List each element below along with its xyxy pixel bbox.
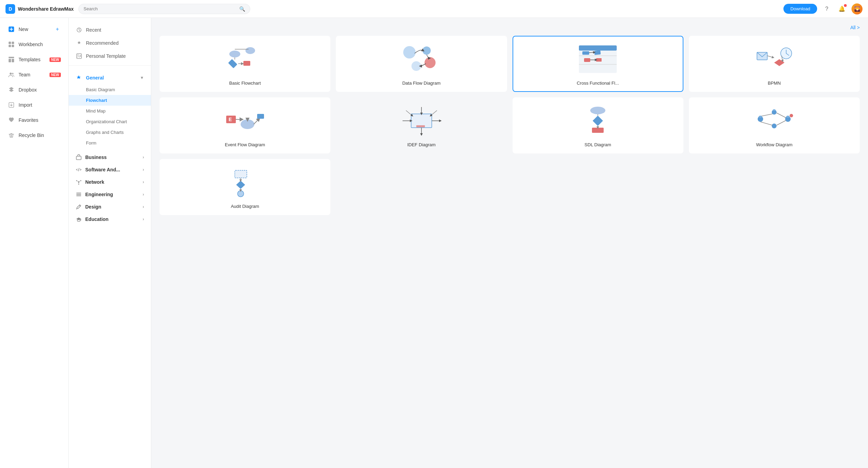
content-header: All > [160, 25, 860, 30]
svg-rect-6 [9, 59, 11, 62]
svg-point-52 [790, 114, 793, 117]
software-label: Software And... [85, 167, 120, 172]
diagram-card-cross-functional[interactable]: Cross Functional Fl... [513, 36, 683, 92]
general-label: General [86, 75, 104, 81]
svg-point-57 [238, 191, 244, 197]
svg-rect-21 [76, 195, 81, 196]
education-chevron: › [143, 217, 144, 222]
help-icon[interactable]: ? [821, 3, 832, 14]
avatar[interactable]: 🌄 [851, 3, 862, 14]
workbench-label: Workbench [19, 42, 61, 47]
category-engineering-header[interactable]: Engineering › [69, 188, 151, 201]
svg-rect-4 [12, 45, 14, 47]
app-header: D Wondershare EdrawMax 🔍 Download ? 🔔 🌄 [0, 0, 868, 18]
sidebar-new-label: New [19, 26, 51, 32]
diagram-card-data-flow[interactable]: Data Flow Diagram [336, 36, 507, 92]
sub-form[interactable]: Form [69, 138, 151, 148]
sidebar-item-recycle[interactable]: Recycle Bin [2, 128, 66, 142]
import-label: Import [19, 102, 61, 108]
category-network-header[interactable]: Network › [69, 176, 151, 188]
notification-badge [844, 4, 847, 7]
svg-rect-19 [76, 194, 81, 195]
logo-icon: D [6, 4, 15, 14]
diagram-card-event-flow[interactable]: E [160, 97, 330, 153]
sidebar-item-import[interactable]: Import [2, 98, 66, 112]
favorites-icon [8, 116, 15, 124]
logo-area: D Wondershare EdrawMax [6, 4, 74, 14]
nav-item-recent[interactable]: Recent [69, 23, 151, 36]
personal-template-label: Personal Template [86, 53, 126, 59]
nav-item-personal-template[interactable]: Personal Template [69, 50, 151, 63]
engineering-chevron: › [143, 192, 144, 197]
svg-point-53 [759, 116, 762, 118]
personal-template-icon [76, 53, 83, 60]
new-add-icon[interactable]: + [54, 26, 61, 33]
sub-org-chart[interactable]: Organizational Chart [69, 116, 151, 127]
network-label: Network [85, 179, 104, 185]
idef-preview [397, 104, 446, 138]
sub-mind-map[interactable]: Mind Map [69, 106, 151, 116]
svg-rect-3 [9, 45, 11, 47]
notification-icon[interactable]: 🔔 [836, 3, 847, 14]
data-flow-label: Data Flow Diagram [402, 81, 440, 86]
download-button[interactable]: Download [783, 4, 817, 14]
sidebar-item-dropbox[interactable]: Dropbox [2, 83, 66, 97]
sidebar-item-templates[interactable]: Templates NEW [2, 52, 66, 67]
sidebar-item-favorites[interactable]: Favorites [2, 113, 66, 127]
category-software-header[interactable]: Software And... › [69, 163, 151, 176]
sidebar-item-workbench[interactable]: Workbench [2, 37, 66, 52]
sdl-preview [574, 104, 622, 138]
team-new-badge: NEW [50, 73, 61, 77]
workflow-label: Workflow Diagram [756, 142, 792, 147]
svg-rect-34 [582, 51, 589, 55]
templates-icon [8, 56, 15, 63]
sub-graphs[interactable]: Graphs and Charts [69, 127, 151, 138]
diagram-card-bpmn[interactable]: BPMN [689, 36, 860, 92]
recent-icon [76, 26, 83, 33]
sub-basic-diagram[interactable]: Basic Diagram [69, 84, 151, 95]
svg-rect-14 [76, 156, 81, 160]
diagram-card-sdl[interactable]: SDL Diagram [513, 97, 683, 153]
svg-rect-12 [77, 54, 81, 58]
svg-point-9 [12, 73, 14, 75]
svg-point-13 [78, 55, 79, 56]
svg-point-16 [76, 180, 77, 181]
diagram-card-audit[interactable]: Audit Diagram [160, 159, 330, 215]
workbench-icon [8, 41, 15, 48]
team-icon [8, 71, 15, 78]
all-link[interactable]: All > [850, 25, 860, 30]
diagram-card-idef[interactable]: IDEF Diagram [336, 97, 507, 153]
category-business-header[interactable]: Business › [69, 151, 151, 163]
new-icon [8, 25, 15, 33]
education-label: Education [85, 216, 109, 222]
network-chevron: › [143, 180, 144, 184]
nav-item-recommended[interactable]: Recommended [69, 36, 151, 50]
svg-text:E: E [229, 117, 232, 122]
sub-flowchart[interactable]: Flowchart [69, 95, 151, 106]
svg-rect-23 [228, 59, 237, 68]
sidebar-item-team[interactable]: Team NEW [2, 67, 66, 82]
audit-label: Audit Diagram [231, 204, 259, 209]
workflow-preview [750, 104, 798, 138]
search-input[interactable] [84, 6, 237, 11]
center-nav-panel: Recent Recommended Personal Template [69, 18, 151, 468]
svg-point-25 [245, 47, 255, 54]
engineering-icon [76, 191, 82, 198]
svg-point-29 [411, 61, 421, 71]
svg-rect-7 [12, 59, 14, 62]
category-general: General ▼ Basic Diagram Flowchart Mind M… [69, 68, 151, 151]
design-label: Design [85, 204, 101, 210]
general-chevron: ▼ [140, 75, 144, 80]
search-bar[interactable]: 🔍 [78, 4, 250, 14]
recommended-icon [76, 40, 83, 46]
category-education-header[interactable]: Education › [69, 213, 151, 225]
category-design-header[interactable]: Design › [69, 201, 151, 213]
svg-rect-24 [243, 61, 250, 66]
sidebar-item-new[interactable]: New + [2, 22, 66, 36]
category-general-header[interactable]: General ▼ [69, 71, 151, 84]
diagram-card-basic-flowchart[interactable]: Basic Flowchart [160, 36, 330, 92]
diagram-card-workflow[interactable]: Workflow Diagram [689, 97, 860, 153]
svg-point-28 [425, 57, 436, 68]
svg-point-54 [773, 109, 776, 111]
audit-preview [221, 165, 269, 200]
